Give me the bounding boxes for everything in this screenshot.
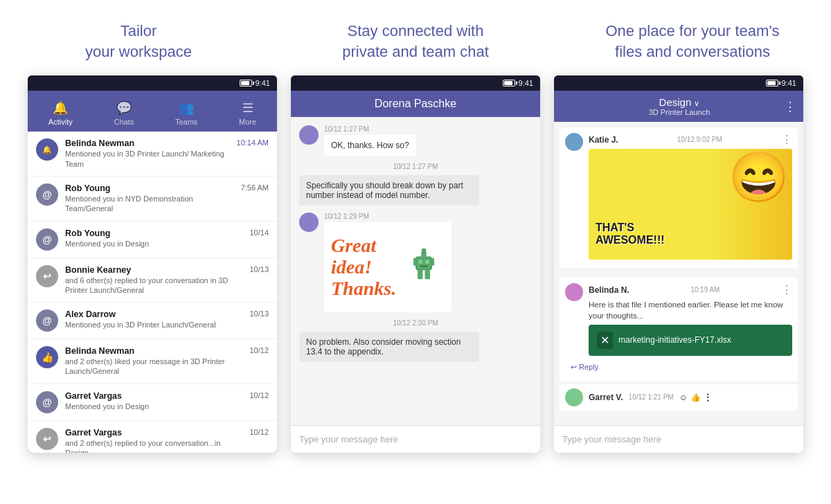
phone2-status-time: 9:41 bbox=[519, 79, 533, 87]
phones-row: 9:41 🔔 Activity 💬 Chats 👥 Teams ☰ Mor bbox=[0, 75, 831, 504]
msg-row-content-belinda: Belinda N. 10:19 AM ⋮ Here is that file … bbox=[589, 283, 792, 358]
activity-sub-2: Mentioned you in Design bbox=[65, 239, 242, 249]
phone3-channel-sub: 3D Printer Launch bbox=[575, 108, 784, 116]
chat-avatar-dorena1 bbox=[299, 125, 319, 145]
header-files: One place for your team's files and conv… bbox=[554, 21, 831, 62]
nav-teams[interactable]: 👥 Teams bbox=[168, 100, 204, 126]
phone3-input-placeholder: Type your message here bbox=[562, 434, 661, 444]
activity-content-6: Garret Vargas Mentioned you in Design bbox=[65, 391, 242, 411]
msg-options-belinda-icon[interactable]: ⋮ bbox=[781, 283, 792, 296]
teams-icon: 👥 bbox=[179, 100, 194, 116]
msg-time-katie: 10/12 9:02 PM bbox=[677, 136, 722, 143]
avatar-katie bbox=[565, 133, 583, 151]
comic-face-icon: 😄 bbox=[729, 149, 789, 206]
activity-content-1: Rob Young Mentioned you in NYD Demonstra… bbox=[65, 183, 234, 214]
msg-garret-header: Garret V. 10/12 1:21 PM ☺ 👍 ⋮ bbox=[589, 393, 712, 402]
phone2-battery-icon bbox=[503, 80, 515, 87]
activity-item-0[interactable]: 🔔 Belinda Newman Mentioned you in 3D Pri… bbox=[28, 132, 277, 177]
chat-messages: 10/12 1:27 PM OK, thanks. How so? 10/12 … bbox=[291, 117, 540, 425]
phone2-input[interactable]: Type your message here bbox=[291, 425, 540, 453]
activity-item-5[interactable]: 👍 Belinda Newman and 2 other(s) liked yo… bbox=[28, 339, 277, 384]
activity-name-5: Belinda Newman bbox=[65, 346, 242, 356]
phone3-title-area: Design ∨ 3D Printer Launch bbox=[575, 96, 784, 116]
activity-sub-3: and 6 other(s) replied to your conversat… bbox=[65, 276, 242, 296]
header-files-line1: One place for your team's bbox=[605, 22, 779, 39]
phone1-status-bar: 9:41 bbox=[28, 75, 277, 91]
activity-name-2: Rob Young bbox=[65, 228, 242, 238]
activity-item-3[interactable]: ↩ Bonnie Kearney and 6 other(s) replied … bbox=[28, 258, 277, 303]
phone3-status-bar: 9:41 bbox=[554, 75, 803, 91]
header-tailor-line2: your workspace bbox=[85, 43, 192, 60]
nav-chats-label: Chats bbox=[114, 118, 134, 126]
activity-name-6: Garret Vargas bbox=[65, 391, 242, 401]
dropdown-icon[interactable]: ∨ bbox=[694, 99, 699, 107]
more-options-icon[interactable]: ⋮ bbox=[784, 99, 796, 114]
msg-garret-options-icon[interactable]: ⋮ bbox=[704, 393, 712, 402]
activity-content-5: Belinda Newman and 2 other(s) liked your… bbox=[65, 346, 242, 377]
msg-time-belinda: 10:19 AM bbox=[690, 286, 720, 294]
nav-more[interactable]: ☰ More bbox=[232, 100, 263, 126]
activity-item-4[interactable]: @ Alex Darrow Mentioned you in 3D Printe… bbox=[28, 303, 277, 339]
svg-rect-1 bbox=[419, 260, 422, 264]
header-connected-line1: Stay connected with bbox=[348, 22, 484, 39]
chat-group-2: 10/12 1:29 PM Greatidea!Thanks. bbox=[299, 213, 532, 312]
nav-chats[interactable]: 💬 Chats bbox=[107, 100, 141, 126]
activity-time-6: 10/12 bbox=[249, 391, 269, 399]
header-files-line2: files and conversations bbox=[615, 43, 770, 60]
avatar-garret bbox=[565, 388, 583, 406]
activity-sub-1: Mentioned you in NYD Demonstration Team/… bbox=[65, 194, 234, 214]
msg-time-0: 10/12 1:27 PM bbox=[324, 125, 416, 133]
msg-row-belinda: Belinda N. 10:19 AM ⋮ Here is that file … bbox=[565, 283, 792, 358]
activity-content-7: Garret Vargas and 2 other(s) replied to … bbox=[65, 428, 242, 453]
phone3-channel-header: Design ∨ 3D Printer Launch ⋮ bbox=[554, 91, 803, 122]
activity-item-6[interactable]: @ Garret Vargas Mentioned you in Design … bbox=[28, 384, 277, 421]
nav-activity-label: Activity bbox=[48, 118, 73, 126]
msg-header-katie: Katie J. 10/12 9:02 PM ⋮ bbox=[589, 133, 792, 146]
svg-rect-0 bbox=[416, 257, 432, 270]
thumbs-up-icon[interactable]: 👍 bbox=[690, 393, 701, 402]
activity-name-1: Rob Young bbox=[65, 183, 234, 193]
comic-text: THAT'SAWESOME!!! bbox=[596, 222, 665, 246]
svg-rect-4 bbox=[413, 258, 416, 266]
avatar-rob1: @ bbox=[36, 183, 58, 206]
nav-activity[interactable]: 🔔 Activity bbox=[42, 100, 80, 126]
activity-item-7[interactable]: ↩ Garret Vargas and 2 other(s) replied t… bbox=[28, 421, 277, 453]
activity-item-1[interactable]: @ Rob Young Mentioned you in NYD Demonst… bbox=[28, 177, 277, 222]
phone1: 9:41 🔔 Activity 💬 Chats 👥 Teams ☰ Mor bbox=[28, 75, 277, 453]
phone1-nav-header: 🔔 Activity 💬 Chats 👥 Teams ☰ More bbox=[28, 91, 277, 132]
reply-icon: ↩ bbox=[571, 363, 577, 371]
headers-row: Tailor your workspace Stay connected wit… bbox=[0, 0, 831, 75]
avatar-belinda: 🔔 bbox=[36, 138, 58, 161]
chat-icon: 💬 bbox=[116, 100, 132, 116]
robot-icon bbox=[403, 246, 445, 288]
msg-text-belinda: Here is that file I mentioned earlier. P… bbox=[589, 299, 792, 321]
activity-sub-6: Mentioned you in Design bbox=[65, 402, 242, 411]
activity-content-2: Rob Young Mentioned you in Design bbox=[65, 228, 242, 249]
msg-time-garret: 10/12 1:21 PM bbox=[629, 393, 674, 401]
excel-icon: ✕ bbox=[597, 332, 613, 349]
phone1-battery-icon bbox=[240, 80, 252, 87]
svg-rect-3 bbox=[420, 265, 428, 267]
nav-more-label: More bbox=[239, 118, 256, 126]
chat-group-1: 10/12 1:27 PM Specifically you should br… bbox=[299, 163, 532, 206]
avatar-rob2: @ bbox=[36, 228, 58, 251]
chat-group-3: 10/12 2:30 PM No problem. Also consider … bbox=[299, 319, 532, 362]
activity-item-2[interactable]: @ Rob Young Mentioned you in Design 10/1… bbox=[28, 222, 277, 258]
chat-avatar-dorena2 bbox=[299, 213, 319, 232]
phone3-input[interactable]: Type your message here bbox=[554, 425, 803, 453]
reply-label: Reply bbox=[579, 363, 598, 371]
msg-sender-garret: Garret V. bbox=[589, 393, 623, 402]
file-attachment[interactable]: ✕ marketing-initiatives-FY17.xlsx bbox=[589, 325, 792, 356]
msg-options-icon[interactable]: ⋮ bbox=[781, 133, 792, 146]
msg-block-belinda: Belinda N. 10:19 AM ⋮ Here is that file … bbox=[560, 278, 798, 381]
emoji-react-icon[interactable]: ☺ bbox=[679, 393, 688, 402]
msg-time-3: 10/12 2:30 PM bbox=[299, 319, 532, 327]
chat-group-0: 10/12 1:27 PM OK, thanks. How so? bbox=[299, 125, 532, 156]
phone1-nav: 🔔 Activity 💬 Chats 👥 Teams ☰ More bbox=[28, 96, 277, 132]
activity-sub-0: Mentioned you in 3D Printer Launch/ Mark… bbox=[65, 149, 230, 169]
activity-sub-5: and 2 other(s) liked your message in 3D … bbox=[65, 357, 242, 377]
activity-sub-7: and 2 other(s) replied to your conversat… bbox=[65, 438, 242, 453]
reply-button[interactable]: ↩ Reply bbox=[565, 359, 792, 376]
chat-bubble-3: No problem. Also consider moving section… bbox=[299, 332, 479, 362]
msg-row-content-katie: Katie J. 10/12 9:02 PM ⋮ 😄 THAT'SAWESOME… bbox=[589, 133, 792, 262]
